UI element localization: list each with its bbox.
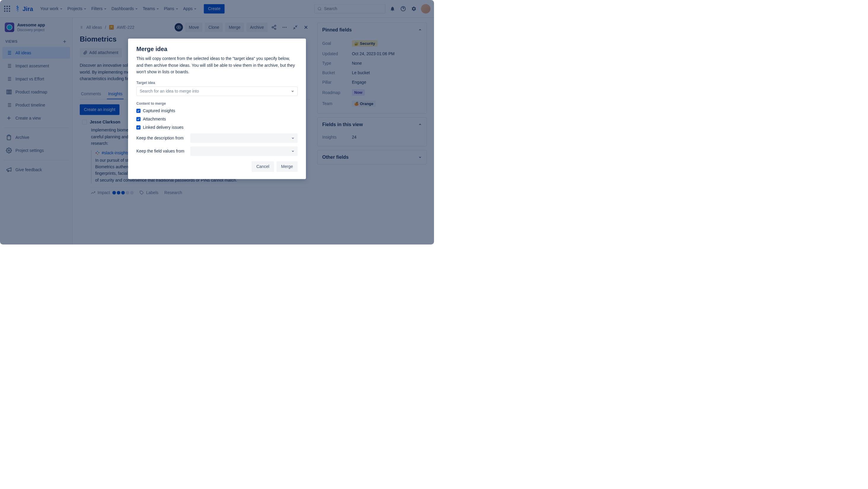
keep-fields-label: Keep the field values from bbox=[136, 149, 187, 154]
target-idea-select[interactable]: Search for an idea to merge into bbox=[136, 87, 298, 96]
chevron-down-icon bbox=[291, 90, 294, 93]
chevron-down-icon bbox=[291, 149, 295, 153]
attachments-checkbox[interactable] bbox=[136, 117, 141, 121]
keep-description-label: Keep the description from bbox=[136, 136, 187, 141]
modal-overlay[interactable]: Merge idea This will copy content from t… bbox=[0, 0, 434, 244]
cancel-button[interactable]: Cancel bbox=[252, 162, 274, 172]
merge-confirm-button[interactable]: Merge bbox=[276, 162, 298, 172]
merge-idea-modal: Merge idea This will copy content from t… bbox=[128, 38, 306, 179]
linked-issues-checkbox[interactable] bbox=[136, 125, 141, 130]
modal-title: Merge idea bbox=[136, 46, 298, 53]
chevron-down-icon bbox=[291, 137, 295, 140]
keep-description-select[interactable] bbox=[190, 134, 298, 143]
keep-fields-select[interactable] bbox=[190, 147, 298, 156]
content-to-merge-label: Content to merge bbox=[136, 102, 298, 106]
target-idea-label: Target idea bbox=[136, 81, 298, 85]
captured-insights-checkbox[interactable] bbox=[136, 109, 141, 113]
modal-description: This will copy content from the selected… bbox=[136, 56, 298, 75]
